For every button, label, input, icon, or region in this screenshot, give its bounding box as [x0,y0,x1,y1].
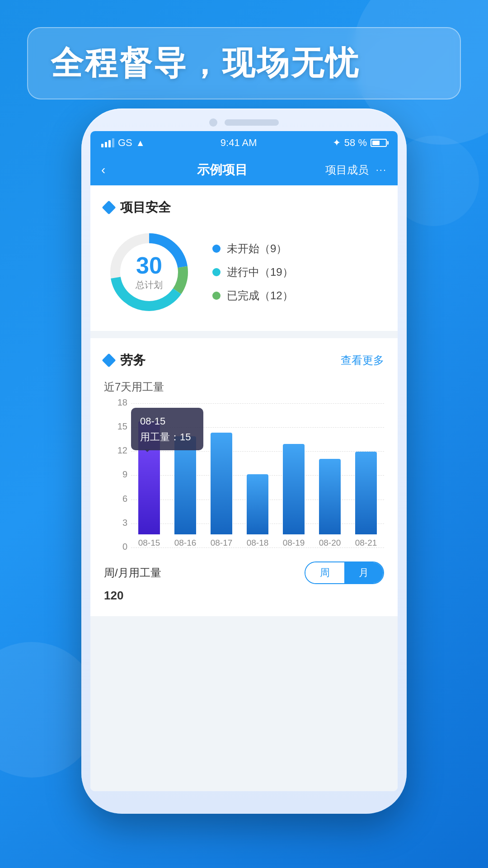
legend-dot-0 [212,245,221,253]
hero-text: 全程督导，现场无忧 [51,42,437,85]
content-area: 项目安全 [90,185,398,791]
legend-item-2: 已完成（12） [212,288,293,303]
bar-1 [174,436,196,534]
legend-dot-1 [212,268,221,276]
grid-line-18: 18 [131,403,384,404]
more-button[interactable]: ··· [376,164,387,176]
view-more-button[interactable]: 查看更多 [341,353,384,368]
bar-chart-area: 08-15 用工量：15 18 15 12 9 6 3 [131,403,384,548]
safety-section-title: 项目安全 [120,199,171,216]
legend-item-0: 未开始（9） [212,241,293,256]
bar-col-5: 08-20 [312,459,348,548]
safety-legend: 未开始（9） 进行中（19） 已完成（12） [212,241,293,303]
labor-title-row: 劳务 [104,352,145,369]
bar-2 [211,433,232,534]
safety-section-header: 项目安全 [104,199,384,216]
bar-label-3: 08-18 [247,538,269,548]
period-toggle-week[interactable]: 周 [305,562,344,583]
period-toggle-group[interactable]: 周 月 [305,561,384,584]
phone-screen: GS ▲ 9:41 AM ✦ 58 % ‹ 示例项目 [90,131,398,791]
bar-label-1: 08-16 [174,538,197,548]
bar-5 [319,459,341,534]
bar-label-0: 08-15 [138,538,160,548]
donut-number: 30 [136,254,163,277]
donut-chart: 30 总计划 [104,227,194,317]
status-bar: GS ▲ 9:41 AM ✦ 58 % [90,131,398,155]
project-safety-card: 项目安全 [90,185,398,331]
status-left: GS ▲ [101,137,145,149]
period-selector-row: 周/月用工量 周 月 [104,557,384,584]
tooltip-value: 用工量：15 [140,429,194,445]
status-time: 9:41 AM [221,137,257,149]
bar-chart-container: 08-15 用工量：15 18 15 12 9 6 3 [104,403,384,548]
bar-col-4: 08-19 [276,444,312,548]
battery-icon [371,139,387,147]
bar-label-6: 08-21 [355,538,377,548]
bar-label-2: 08-17 [211,538,233,548]
labor-card: 劳务 查看更多 近7天用工量 08-15 用工量：15 [90,338,398,616]
legend-item-1: 进行中（19） [212,265,293,279]
bar-label-4: 08-19 [283,538,305,548]
project-members-button[interactable]: 项目成员 [325,163,369,177]
period-toggle-month[interactable]: 月 [344,562,383,583]
bottom-value: 120 [104,589,123,603]
safety-title-row: 项目安全 [104,199,171,216]
legend-dot-2 [212,292,221,300]
bar-4 [283,444,305,534]
phone-speaker [225,119,279,126]
battery-pct-label: 58 % [344,137,367,149]
legend-label-1: 进行中（19） [227,265,293,279]
tooltip-date: 08-15 [140,413,194,429]
status-right: ✦ 58 % [333,137,387,149]
bar-col-2: 08-17 [203,433,239,548]
bar-6 [355,452,377,534]
bluetooth-icon: ✦ [333,137,341,149]
legend-label-0: 未开始（9） [227,241,287,256]
period-label: 周/月用工量 [104,566,161,580]
phone-mockup: GS ▲ 9:41 AM ✦ 58 % ‹ 示例项目 [81,108,407,823]
labor-section-header: 劳务 查看更多 [104,352,384,369]
nav-right: 项目成员 ··· [325,163,387,177]
legend-label-2: 已完成（12） [227,288,293,303]
donut-center: 30 总计划 [136,254,163,291]
chart-tooltip: 08-15 用工量：15 [131,408,203,450]
bar-col-1: 08-16 [167,436,203,548]
phone-outer: GS ▲ 9:41 AM ✦ 58 % ‹ 示例项目 [81,108,407,814]
labor-chart-title: 近7天用工量 [104,380,384,394]
signal-icon [101,138,114,147]
safety-diamond-icon [102,200,116,214]
nav-title: 示例项目 [128,161,316,179]
back-button[interactable]: ‹ [101,163,119,177]
labor-diamond-icon [102,353,116,367]
wifi-icon: ▲ [136,138,145,148]
nav-bar: ‹ 示例项目 项目成员 ··· [90,155,398,185]
hero-banner: 全程督导，现场无忧 [27,27,461,99]
bar-label-5: 08-20 [319,538,341,548]
bar-col-6: 08-21 [348,452,384,548]
bar-col-3: 08-18 [239,474,276,548]
carrier-label: GS [118,137,132,149]
labor-section-title: 劳务 [120,352,145,369]
safety-chart-row: 30 总计划 未开始（9） 进行中（ [104,227,384,317]
bottom-value-row: 120 [104,589,384,603]
phone-camera [209,118,217,127]
phone-notch [81,108,407,131]
donut-label: 总计划 [136,279,163,291]
bar-3 [247,474,268,534]
